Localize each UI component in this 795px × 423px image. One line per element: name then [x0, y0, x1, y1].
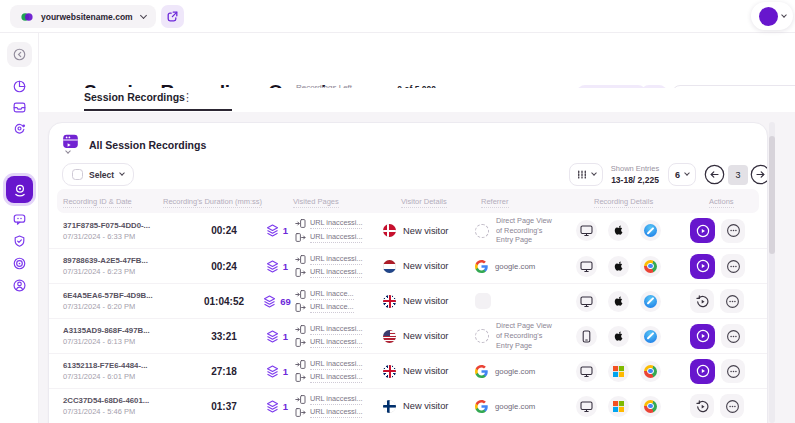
referrer-text: google.com: [495, 367, 535, 376]
recording-date: 07/31/2024 - 6:01 PM: [63, 372, 189, 381]
more-actions-button[interactable]: [721, 254, 745, 278]
sidebar-item-profile[interactable]: [7, 273, 32, 298]
recording-id-cell: 371F8785-F075-4DD0-... 07/31/2024 - 6:33…: [63, 221, 189, 241]
more-actions-button[interactable]: [721, 324, 745, 348]
google-icon: [475, 260, 488, 273]
entry-url-text: URL inaccessi...: [310, 394, 362, 405]
column-header-visitor: Visitor Details: [401, 197, 447, 208]
inbox-icon: [12, 100, 27, 115]
recording-date: 07/31/2024 - 5:46 PM: [63, 407, 189, 416]
ellipsis-icon: [726, 259, 741, 274]
recordings-card: All Session Recordings Select Shown Entr…: [48, 122, 768, 423]
entry-page-icon: [295, 289, 306, 300]
urls-cell: URL inaccessi... URL inaccessi...: [295, 356, 383, 386]
tab-session-recordings[interactable]: Session Recordings: [84, 88, 232, 111]
sidebar-item-session-recordings[interactable]: [6, 176, 33, 203]
referrer-text: Direct Page View of Recording's Entry Pa…: [496, 216, 554, 246]
more-actions-button[interactable]: [720, 289, 744, 313]
column-settings-button[interactable]: [569, 163, 603, 186]
previous-page-button[interactable]: [704, 164, 725, 185]
visited-pages-cell: 1: [259, 260, 295, 273]
referrer-text: google.com: [495, 402, 535, 411]
play-icon: [696, 364, 710, 378]
arrow-left-circle-icon: [704, 164, 725, 185]
play-recording-button[interactable]: [690, 254, 715, 279]
open-site-button[interactable]: [161, 5, 184, 28]
pages-count: 1: [283, 225, 288, 236]
recording-id: 2CC37D54-68D6-4601...: [63, 396, 189, 405]
visited-pages-cell: 1: [259, 400, 295, 413]
table-row: 371F8785-F075-4DD0-... 07/31/2024 - 6:33…: [49, 213, 767, 248]
replay-later-button[interactable]: [690, 289, 714, 313]
recording-details-cell: [569, 326, 669, 347]
layers-icon: [266, 260, 279, 273]
desktop-icon: [580, 365, 593, 378]
duration-cell: 00:24: [189, 225, 259, 236]
desktop-icon: [580, 224, 593, 237]
recording-id-cell: 2CC37D54-68D6-4601... 07/31/2024 - 5:46 …: [63, 396, 189, 416]
recording-id-cell: 89788639-A2E5-47FB... 07/31/2024 - 6:23 …: [63, 256, 189, 276]
pages-count: 1: [283, 261, 288, 272]
site-selector[interactable]: yourwebsitename.com: [10, 5, 156, 28]
country-flag-icon: [383, 224, 396, 237]
visited-pages-cell: 69: [259, 295, 295, 308]
exit-url: URL inacce...: [295, 302, 383, 313]
select-dropdown[interactable]: Select: [62, 163, 134, 186]
column-header-duration: Recording's Duration (mm:ss): [163, 197, 262, 208]
recording-id: A3135AD9-868F-497B...: [63, 326, 189, 335]
scrollbar-thumb[interactable]: [769, 136, 775, 254]
exit-url: URL inaccessi...: [295, 267, 383, 278]
layers-icon: [266, 224, 279, 237]
referrer-cell: google.com: [459, 260, 569, 273]
shown-entries-value: 13-18/ 2,225: [606, 175, 664, 185]
more-actions-button[interactable]: [721, 359, 745, 383]
vertical-scrollbar[interactable]: [769, 122, 775, 423]
layers-icon: [263, 295, 276, 308]
account-menu[interactable]: [751, 2, 793, 30]
play-recording-button[interactable]: [690, 359, 715, 384]
page-size-dropdown[interactable]: 6: [668, 163, 696, 186]
country-flag-icon: [383, 365, 396, 378]
target-icon: [12, 256, 27, 271]
play-recording-button[interactable]: [690, 324, 715, 349]
mobile-icon: [580, 330, 593, 343]
top-bar: yourwebsitename.com: [0, 0, 795, 33]
current-page[interactable]: 3: [728, 165, 748, 185]
apple-icon: [613, 295, 625, 308]
session-recordings-icon: [12, 182, 28, 198]
replay-later-button[interactable]: [690, 394, 714, 418]
urls-cell: URL inaccessi... URL inaccessi...: [295, 251, 383, 281]
table-row: A3135AD9-868F-497B... 07/31/2024 - 6:13 …: [49, 318, 767, 353]
direct-referrer-icon: [475, 329, 489, 343]
chevron-down-icon: [119, 170, 125, 176]
exit-page-icon: [295, 372, 306, 383]
tab-options-kebab-icon[interactable]: ⋮: [182, 91, 193, 104]
recording-date: 07/31/2024 - 6:33 PM: [63, 232, 189, 241]
columns-icon: [576, 168, 588, 181]
recording-details-cell: [569, 220, 669, 241]
select-all-checkbox[interactable]: [72, 169, 83, 180]
chrome-icon: [644, 365, 657, 378]
sidebar-item-collapse[interactable]: [7, 42, 32, 67]
actions-cell: [669, 254, 767, 279]
play-recording-button[interactable]: [690, 218, 715, 243]
actions-cell: [669, 359, 767, 384]
sidebar-item-interactions[interactable]: [7, 116, 32, 141]
visitor-type: New visitor: [403, 261, 448, 271]
recording-id-cell: A3135AD9-868F-497B... 07/31/2024 - 6:13 …: [63, 326, 189, 346]
exit-url: URL inaccessi...: [295, 232, 383, 243]
actions-cell: [669, 289, 767, 313]
content-area: All Session Recordings Select Shown Entr…: [39, 112, 795, 423]
recording-date: 07/31/2024 - 6:23 PM: [63, 267, 189, 276]
site-name: yourwebsitename.com: [41, 12, 134, 22]
safari-icon: [644, 295, 657, 308]
entry-page-icon: [295, 254, 306, 265]
table-row: 2CC37D54-68D6-4601... 07/31/2024 - 5:46 …: [49, 388, 767, 423]
next-page-button[interactable]: [750, 164, 768, 185]
exit-url: URL inaccessi...: [295, 372, 383, 383]
entry-url: URL inaccessi...: [295, 359, 383, 370]
more-actions-button[interactable]: [721, 219, 745, 243]
more-actions-button[interactable]: [720, 394, 744, 418]
pages-count: 1: [283, 401, 288, 412]
visitor-type: New visitor: [403, 226, 448, 236]
